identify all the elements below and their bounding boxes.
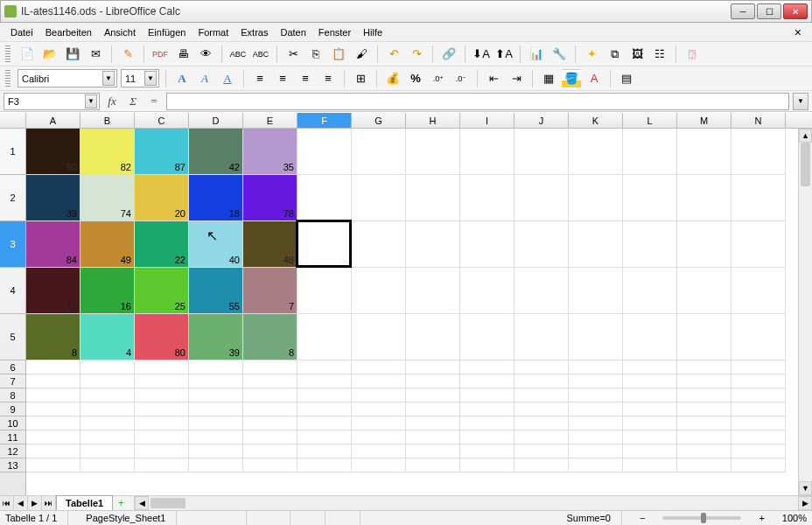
cell-N4[interactable] — [732, 268, 786, 314]
row-header-13[interactable]: 13 — [0, 458, 25, 472]
cell-G13[interactable] — [352, 458, 406, 472]
cell-N11[interactable] — [732, 430, 786, 444]
cell-K4[interactable] — [569, 268, 623, 314]
cell-G5[interactable] — [352, 314, 406, 360]
cell-L11[interactable] — [623, 430, 677, 444]
column-header-I[interactable]: I — [460, 113, 514, 128]
cell-H10[interactable] — [406, 416, 460, 430]
row-header-5[interactable]: 5 — [0, 314, 25, 360]
cell-B11[interactable] — [80, 430, 135, 444]
underline-button[interactable]: A — [218, 69, 237, 88]
cell-B10[interactable] — [80, 416, 135, 430]
cell-A10[interactable] — [26, 416, 80, 430]
row-header-11[interactable]: 11 — [0, 430, 25, 444]
cell-F12[interactable] — [298, 444, 352, 458]
cell-J1[interactable] — [514, 129, 569, 175]
cell-G2[interactable] — [352, 175, 406, 221]
row-header-8[interactable]: 8 — [0, 388, 25, 402]
name-box[interactable]: F3 ▼ — [4, 93, 100, 110]
cell-D2[interactable]: 18 — [189, 175, 243, 221]
menu-einfuegen[interactable]: Einfügen — [143, 25, 191, 39]
column-header-D[interactable]: D — [189, 113, 243, 128]
cell-E13[interactable] — [243, 458, 298, 472]
cell-H3[interactable] — [406, 221, 460, 268]
cell-H9[interactable] — [406, 402, 460, 416]
select-all-corner[interactable] — [0, 113, 26, 128]
cell-A13[interactable] — [26, 458, 80, 472]
align-justify-button[interactable]: ≡ — [318, 69, 338, 88]
column-header-L[interactable]: L — [623, 113, 677, 128]
zoom-slider-knob[interactable] — [701, 513, 706, 523]
column-header-G[interactable]: G — [352, 113, 406, 128]
dropdown-icon[interactable]: ▼ — [85, 94, 97, 108]
cell-F8[interactable] — [298, 388, 352, 402]
column-header-E[interactable]: E — [243, 113, 298, 128]
cell-M11[interactable] — [677, 430, 732, 444]
row-header-2[interactable]: 2 — [0, 175, 25, 221]
close-document-button[interactable]: × — [789, 25, 807, 39]
copy-button[interactable]: ⎘ — [306, 45, 326, 64]
column-header-K[interactable]: K — [569, 113, 623, 128]
cell-E9[interactable] — [243, 402, 298, 416]
cell-L7[interactable] — [623, 374, 677, 388]
cell-K7[interactable] — [569, 374, 623, 388]
merge-cells-button[interactable]: ⊞ — [351, 69, 370, 88]
cell-M6[interactable] — [677, 360, 732, 374]
cell-J3[interactable] — [514, 221, 569, 268]
email-button[interactable]: ✉ — [86, 45, 105, 64]
row-header-12[interactable]: 12 — [0, 444, 25, 458]
sort-desc-button[interactable]: ⬆A — [494, 45, 514, 64]
cell-G6[interactable] — [352, 360, 406, 374]
cell-C6[interactable] — [135, 360, 189, 374]
window-close-button[interactable]: ✕ — [783, 4, 808, 19]
cell-I3[interactable] — [460, 221, 514, 268]
column-header-J[interactable]: J — [514, 113, 569, 128]
equals-button[interactable]: = — [145, 93, 163, 110]
cell-L4[interactable] — [623, 268, 677, 314]
cell-K13[interactable] — [569, 458, 623, 472]
cell-A8[interactable] — [26, 388, 80, 402]
cell-M8[interactable] — [677, 388, 732, 402]
chart-button[interactable]: 📊 — [527, 45, 546, 64]
tab-first-button[interactable]: ⏮ — [0, 496, 14, 510]
cell-M4[interactable] — [677, 268, 732, 314]
cell-J11[interactable] — [514, 430, 569, 444]
cell-F13[interactable] — [298, 458, 352, 472]
menu-format[interactable]: Format — [192, 25, 234, 39]
cell-K5[interactable] — [569, 314, 623, 360]
status-signature[interactable] — [343, 511, 360, 525]
cell-J13[interactable] — [514, 458, 569, 472]
cell-J10[interactable] — [514, 416, 569, 430]
cell-L6[interactable] — [623, 360, 677, 374]
cell-D12[interactable] — [189, 444, 243, 458]
increase-indent-button[interactable]: ⇥ — [507, 69, 526, 88]
cell-C1[interactable]: 87 — [135, 129, 189, 175]
cell-N7[interactable] — [732, 374, 786, 388]
formula-expand-button[interactable]: ▼ — [793, 93, 808, 110]
cell-K12[interactable] — [569, 444, 623, 458]
cell-B1[interactable]: 82 — [80, 129, 135, 175]
bg-color-button[interactable]: 🪣 — [562, 69, 581, 88]
cell-I10[interactable] — [460, 416, 514, 430]
cell-G11[interactable] — [352, 430, 406, 444]
cell-C8[interactable] — [135, 388, 189, 402]
cut-button[interactable]: ✂ — [284, 45, 303, 64]
align-right-button[interactable]: ≡ — [296, 69, 315, 88]
row-header-1[interactable]: 1 — [0, 129, 25, 175]
cell-I12[interactable] — [460, 444, 514, 458]
cell-H12[interactable] — [406, 444, 460, 458]
cell-G7[interactable] — [352, 374, 406, 388]
row-header-6[interactable]: 6 — [0, 360, 25, 374]
menu-daten[interactable]: Daten — [275, 25, 311, 39]
cell-J4[interactable] — [514, 268, 569, 314]
cell-C11[interactable] — [135, 430, 189, 444]
auto-spellcheck-button[interactable]: ABC — [251, 45, 270, 64]
sum-button[interactable]: Σ — [124, 93, 142, 110]
column-header-A[interactable]: A — [26, 113, 80, 128]
cell-J9[interactable] — [514, 402, 569, 416]
menu-fenster[interactable]: Fenster — [313, 25, 356, 39]
percent-button[interactable]: % — [406, 69, 425, 88]
horizontal-scrollbar[interactable]: ◀ ▶ — [134, 496, 812, 510]
cell-M10[interactable] — [677, 416, 732, 430]
decrease-indent-button[interactable]: ⇤ — [484, 69, 503, 88]
